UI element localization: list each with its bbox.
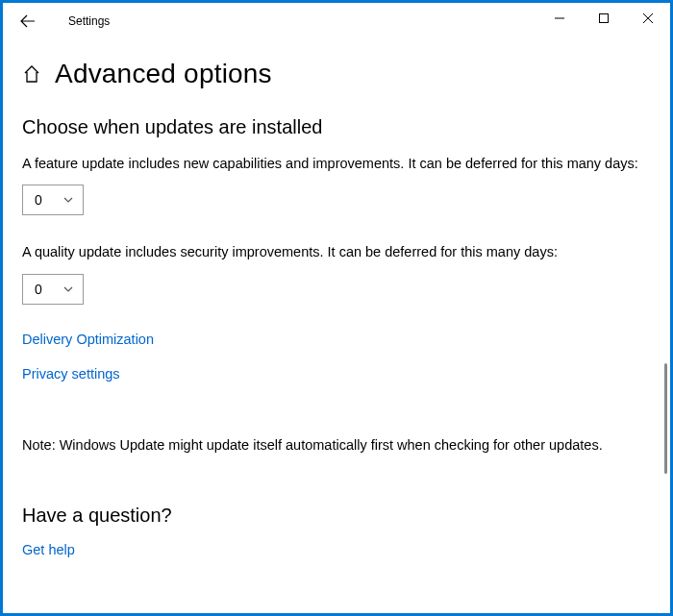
chevron-down-icon [63, 197, 73, 203]
close-icon [643, 13, 653, 23]
settings-window: Settings Advanced options Choose when up… [3, 3, 670, 613]
feature-update-defer-value: 0 [35, 192, 42, 208]
quality-update-defer-value: 0 [35, 282, 42, 297]
section-heading-updates: Choose when updates are installed [22, 116, 651, 138]
app-title: Settings [68, 14, 110, 28]
quality-update-text: A quality update includes security impro… [22, 242, 651, 261]
content-area: Advanced options Choose when updates are… [3, 39, 670, 613]
back-button[interactable] [11, 3, 45, 39]
minimize-button[interactable] [537, 3, 582, 34]
feature-update-defer-dropdown[interactable]: 0 [22, 185, 84, 215]
quality-update-defer-dropdown[interactable]: 0 [22, 274, 84, 305]
privacy-settings-link[interactable]: Privacy settings [22, 366, 120, 382]
svg-rect-0 [600, 14, 609, 23]
back-arrow-icon [20, 13, 36, 29]
home-icon[interactable] [22, 64, 41, 84]
section-heading-help: Have a question? [22, 505, 651, 527]
scrollbar-thumb[interactable] [664, 363, 667, 474]
minimize-icon [555, 13, 564, 23]
maximize-icon [599, 13, 609, 23]
window-controls [537, 3, 670, 34]
feature-update-text: A feature update includes new capabiliti… [22, 154, 651, 173]
titlebar: Settings [3, 3, 670, 39]
close-button[interactable] [626, 3, 670, 34]
maximize-button[interactable] [582, 3, 626, 34]
chevron-down-icon [63, 286, 73, 292]
page-header: Advanced options [22, 59, 651, 89]
page-title: Advanced options [55, 59, 272, 89]
get-help-link[interactable]: Get help [22, 542, 75, 557]
note-text: Note: Windows Update might update itself… [22, 437, 651, 453]
delivery-optimization-link[interactable]: Delivery Optimization [22, 332, 154, 347]
